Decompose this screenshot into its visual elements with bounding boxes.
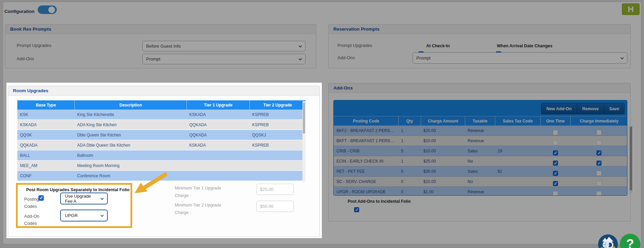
save-button[interactable]: Save bbox=[604, 103, 624, 114]
cell: $10.00 bbox=[421, 177, 465, 186]
cell bbox=[495, 156, 540, 166]
new-add-on-button[interactable]: New Add-On bbox=[541, 103, 577, 114]
one_time-checkbox[interactable] bbox=[553, 181, 558, 186]
cell: Meeting Room Morning bbox=[74, 161, 187, 170]
cell: Revenue bbox=[465, 187, 495, 195]
cell: Revenue bbox=[465, 136, 495, 146]
one_time-checkbox[interactable] bbox=[553, 130, 558, 135]
one_time-cell bbox=[540, 156, 570, 166]
res-addons-label: Add-Ons bbox=[337, 55, 355, 60]
panel-title: Reservation Prompts bbox=[333, 27, 380, 32]
one_time-checkbox[interactable] bbox=[553, 140, 558, 145]
cell bbox=[249, 171, 306, 181]
charge_immediately-checkbox[interactable] bbox=[596, 191, 602, 195]
column-header: Posting Code bbox=[334, 116, 398, 126]
cell: KSKADA bbox=[187, 110, 249, 119]
charge_immediately-checkbox[interactable] bbox=[596, 140, 602, 145]
add-on-row[interactable]: BKF2 - BREAKFAST 2 PERS...1$20.00Revenue bbox=[334, 126, 627, 136]
cell: King Ste Kitchenette bbox=[74, 110, 187, 119]
add-on-row[interactable]: BKFT - BREAKFAST 1 PERS...1$10.00Revenue bbox=[334, 136, 627, 146]
add-on-row[interactable]: SC - SERV. CHARGE0$10.00No bbox=[334, 177, 627, 187]
room-upgrades-table-body: KSKKing Ste KitchenetteKSKADAKSPREBKSKAD… bbox=[17, 110, 306, 181]
post-addons-incidental-label: Post Add-Ons to Incidental Folio bbox=[348, 199, 411, 204]
add-ons-table-body: BKF2 - BREAKFAST 2 PERS...1$20.00Revenue… bbox=[334, 126, 627, 195]
add-ons-scrollbar[interactable] bbox=[629, 126, 632, 194]
add-on-row[interactable]: PET - PET FEE0$30.00Sales92 bbox=[334, 166, 627, 177]
min-tier2-input[interactable] bbox=[256, 201, 294, 212]
chevron-down-icon bbox=[101, 196, 104, 200]
cell: KSK bbox=[17, 110, 74, 119]
room-upgrade-row[interactable]: BALLBallroom bbox=[17, 150, 306, 161]
add-ons-table-header: Posting CodeQtyCharge AmountTaxableSales… bbox=[334, 116, 627, 126]
cell: Revenue bbox=[465, 126, 495, 135]
cell: $10.00 bbox=[421, 136, 465, 146]
panel-header: Book Res Prompts bbox=[5, 24, 316, 34]
addon-codes-select[interactable]: UPGR bbox=[60, 210, 108, 221]
one_time-checkbox[interactable] bbox=[553, 171, 558, 176]
res-addons-select[interactable]: Prompt bbox=[413, 52, 627, 64]
cell: Sales bbox=[465, 166, 495, 176]
cell: KSPREB bbox=[249, 120, 306, 130]
one_time-checkbox[interactable] bbox=[553, 150, 558, 155]
brand-logo-icon[interactable] bbox=[598, 234, 618, 248]
room-upgrade-row[interactable]: QQKADAADA Dble Queen Ste KitchenKSKADAKS… bbox=[17, 140, 306, 150]
column-header: Taxable bbox=[465, 116, 495, 126]
column-header: Base Type bbox=[17, 100, 74, 110]
cell: UPGR - ROOM UPGRADE bbox=[334, 187, 398, 195]
posting-codes-select[interactable]: Use Upgrade Fee A bbox=[60, 193, 108, 204]
charge_immediately-cell bbox=[570, 187, 627, 195]
room-upgrade-row[interactable]: MEE_AMMeeting Room Morning bbox=[17, 161, 306, 171]
addons-select[interactable]: Prompt bbox=[142, 54, 306, 64]
cell bbox=[495, 177, 540, 186]
charge_immediately-checkbox[interactable] bbox=[596, 161, 602, 166]
room-upgrade-row[interactable]: KSKKing Ste KitchenetteKSKADAKSPREB bbox=[17, 110, 306, 120]
one_time-checkbox[interactable] bbox=[553, 161, 558, 166]
cell: ECIN - EARLY CHECK IN bbox=[334, 156, 398, 166]
min-tier1-input[interactable] bbox=[256, 184, 294, 195]
charge_immediately-checkbox[interactable] bbox=[596, 130, 602, 135]
panel-header: Add-Ons bbox=[329, 83, 630, 93]
help-button[interactable]: ? bbox=[620, 234, 640, 248]
toggle-knob bbox=[48, 6, 55, 13]
room-upgrades-table-header: Base TypeDescriptionTier 1 UpgradeTier 2… bbox=[17, 100, 306, 110]
scrollbar-thumb[interactable] bbox=[630, 127, 632, 191]
configuration-toggle[interactable] bbox=[38, 5, 57, 14]
cell: 0 bbox=[398, 166, 421, 176]
cell: ADA King Ste Kitchen bbox=[74, 120, 187, 130]
cell: QQKADA bbox=[17, 140, 74, 150]
room-upgrade-row[interactable]: KSKADAADA King Ste KitchenQQKADAKSPREB bbox=[17, 120, 306, 130]
cell: CRIB - CRIB bbox=[334, 146, 398, 156]
cell: 29 bbox=[495, 146, 540, 156]
cell: 1 bbox=[398, 136, 421, 146]
one_time-cell bbox=[540, 187, 570, 195]
scrollbar-thumb[interactable] bbox=[303, 102, 305, 134]
save-button[interactable] bbox=[622, 3, 640, 15]
remove-button[interactable]: Remove bbox=[577, 103, 604, 114]
cell: KSPREB bbox=[249, 140, 306, 150]
room-upgrade-row[interactable]: QQSKDble Queen Ste KitchenQQKADAQQSKJ bbox=[17, 130, 306, 140]
content-card: Configuration Book Res Prompts Prompt Up… bbox=[3, 2, 641, 244]
add-on-row[interactable]: CRIB - CRIB5$10.00Sales29 bbox=[334, 146, 627, 156]
cell: 92 bbox=[495, 166, 540, 176]
cell: 5 bbox=[398, 146, 421, 156]
post-addons-incidental-checkbox[interactable] bbox=[354, 207, 359, 212]
one_time-checkbox[interactable] bbox=[553, 191, 558, 195]
cell: Sales bbox=[465, 146, 495, 156]
add-on-row[interactable]: UPGR - ROOM UPGRADE0$1.00Revenue bbox=[334, 187, 627, 195]
cell: PET - PET FEE bbox=[334, 166, 398, 176]
charge_immediately-checkbox[interactable] bbox=[596, 181, 602, 186]
cell bbox=[187, 171, 249, 181]
charge_immediately-checkbox[interactable] bbox=[596, 150, 602, 155]
charge_immediately-cell bbox=[570, 136, 627, 146]
cell: KSKADA bbox=[187, 140, 249, 150]
cell: 0 bbox=[398, 187, 421, 195]
cell bbox=[249, 150, 306, 160]
panel-title: Book Res Prompts bbox=[10, 27, 51, 32]
room-upgrades-scrollbar[interactable] bbox=[302, 101, 306, 182]
cell: Ballroom bbox=[74, 150, 187, 160]
prompt-upgrades-select[interactable]: Before Guest Info bbox=[142, 41, 306, 51]
add-on-row[interactable]: ECIN - EARLY CHECK IN1$25.00No bbox=[334, 156, 627, 166]
cell: BALL bbox=[17, 150, 74, 160]
charge_immediately-checkbox[interactable] bbox=[596, 171, 602, 176]
prompt-upgrades-label: Prompt Upgrades bbox=[17, 43, 51, 48]
